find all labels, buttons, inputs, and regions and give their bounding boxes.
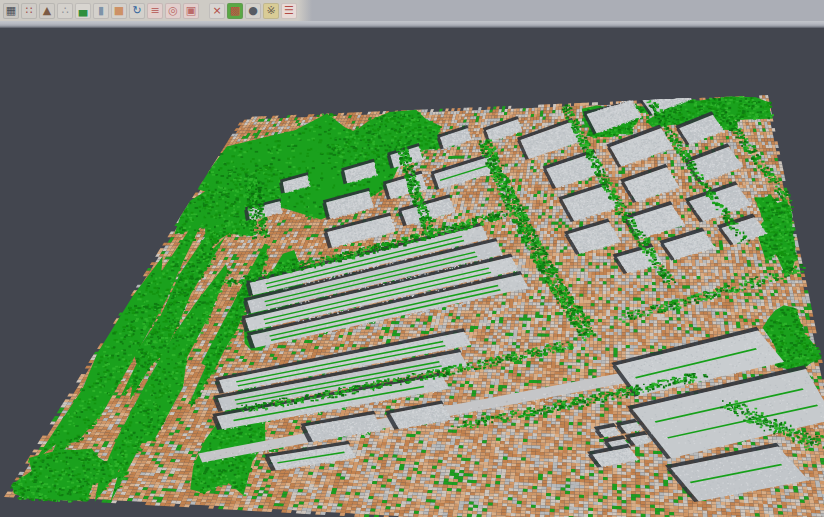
sphere-render-tool-button[interactable]: ● bbox=[245, 3, 261, 19]
section-stack-tool-button[interactable]: ☰ bbox=[281, 3, 297, 19]
layer-list-tool-button[interactable]: ≡ bbox=[147, 3, 163, 19]
annotate-tool-button[interactable]: ※ bbox=[263, 3, 279, 19]
target-circle-tool-icon: ◎ bbox=[168, 3, 178, 19]
point-cloud-tool-button[interactable]: ∴ bbox=[57, 3, 73, 19]
annotate-tool-icon: ※ bbox=[266, 3, 275, 19]
toolbar-strip bbox=[0, 21, 824, 28]
clear-selection-tool-button[interactable]: × bbox=[209, 3, 225, 19]
classification-map-tool-icon: ▩ bbox=[230, 3, 240, 19]
ortho-image-tool-icon: ■ bbox=[114, 3, 124, 19]
sphere-render-tool-icon: ● bbox=[248, 3, 258, 19]
target-circle-tool-button[interactable]: ◎ bbox=[165, 3, 181, 19]
extent-select-tool-button[interactable]: ▣ bbox=[183, 3, 199, 19]
clear-selection-tool-icon: × bbox=[212, 3, 221, 19]
toolbar-buttons: ▦∷▲∴▄▮■↻≡◎▣×▩●※☰ bbox=[0, 3, 298, 19]
layer-list-tool-icon: ≡ bbox=[150, 3, 159, 19]
classification-map-tool-button[interactable]: ▩ bbox=[227, 3, 243, 19]
section-stack-tool-icon: ☰ bbox=[284, 3, 294, 19]
application-window: { "toolbar": { "background_left": "#cecb… bbox=[0, 0, 824, 517]
orbit-tool-button[interactable]: ↻ bbox=[129, 3, 145, 19]
toolbar: ▦∷▲∴▄▮■↻≡◎▣×▩●※☰ bbox=[0, 0, 824, 21]
profile-bar-tool-icon: ▮ bbox=[98, 3, 104, 19]
select-grid-tool-icon: ▦ bbox=[6, 3, 16, 19]
point-pairs-tool-button[interactable]: ∷ bbox=[21, 3, 37, 19]
extent-select-tool-icon: ▣ bbox=[186, 3, 196, 19]
viewport-3d-canvas[interactable] bbox=[0, 28, 824, 517]
orbit-tool-icon: ↻ bbox=[132, 3, 141, 19]
terrain-tool-button[interactable]: ▲ bbox=[39, 3, 55, 19]
surface-tool-button[interactable]: ▄ bbox=[75, 3, 91, 19]
point-pairs-tool-icon: ∷ bbox=[26, 3, 33, 19]
ortho-image-tool-button[interactable]: ■ bbox=[111, 3, 127, 19]
profile-bar-tool-button[interactable]: ▮ bbox=[93, 3, 109, 19]
surface-tool-icon: ▄ bbox=[79, 3, 87, 19]
terrain-tool-icon: ▲ bbox=[43, 3, 51, 19]
select-grid-tool-button[interactable]: ▦ bbox=[3, 3, 19, 19]
point-cloud-tool-icon: ∴ bbox=[62, 3, 69, 19]
